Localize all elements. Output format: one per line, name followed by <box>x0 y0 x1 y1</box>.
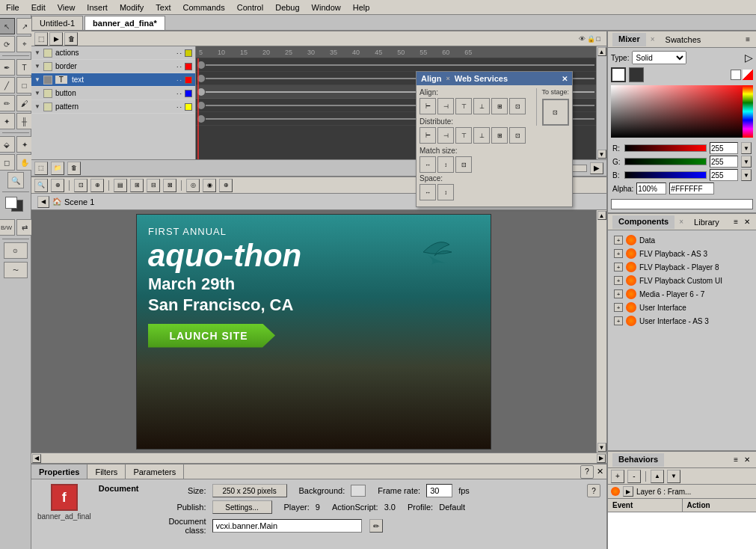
comp-flv-p8[interactable]: + FLV Playback - Player 8 <box>611 260 753 274</box>
snap-obj-btn[interactable]: ⊞ <box>130 179 144 192</box>
layer-actions[interactable]: ▼ actions · · <box>31 46 195 60</box>
dist-hcenter-btn[interactable]: ⊣ <box>437 127 454 144</box>
text-tool[interactable]: T <box>16 59 33 76</box>
behaviors-close-btn[interactable]: ✕ <box>743 456 752 464</box>
layer-text[interactable]: ▼ T text · · <box>31 73 195 87</box>
layer-actions-vis[interactable]: · <box>176 49 179 57</box>
expand-flv-p8[interactable]: + <box>614 263 623 272</box>
timeline-vscrollbar[interactable]: ▲ ▼ <box>596 46 606 159</box>
align-left-btn[interactable]: ⊢ <box>420 98 436 114</box>
g-dropdown[interactable]: ▼ <box>741 156 752 168</box>
edit-onion-btn[interactable]: ⊕ <box>219 179 233 192</box>
zoom-tool[interactable]: 🔍 <box>7 172 24 188</box>
space-v-btn[interactable]: ↕ <box>437 184 454 200</box>
hue-slider[interactable] <box>743 85 753 138</box>
lasso-tool[interactable]: ⌖ <box>16 36 33 52</box>
menu-help[interactable]: Help <box>347 1 376 13</box>
dist-left-btn[interactable]: ⊢ <box>420 127 436 144</box>
fit-page-btn[interactable]: ⊡ <box>74 179 87 192</box>
comp-ui[interactable]: + User Interface <box>611 301 753 314</box>
layer-button[interactable]: ▼ button · · <box>31 87 195 100</box>
behaviors-layer-expand[interactable]: ▶ <box>623 486 633 497</box>
library-tab[interactable]: Library <box>688 216 725 228</box>
menu-file[interactable]: File <box>0 1 25 13</box>
align-bottom-btn[interactable]: ⊡ <box>509 98 526 114</box>
layer-text-lock[interactable]: · <box>179 76 182 84</box>
match-width-btn[interactable]: ↔ <box>420 156 436 173</box>
back-btn[interactable]: ◀ <box>37 196 49 208</box>
expand-ui-as3[interactable]: + <box>614 316 623 325</box>
menu-commands[interactable]: Commands <box>176 1 230 13</box>
help-btn[interactable]: ? <box>580 465 594 479</box>
r-dropdown[interactable]: ▼ <box>741 142 752 154</box>
menu-edit[interactable]: Edit <box>25 1 52 13</box>
comp-data[interactable]: + Data <box>611 233 753 247</box>
black-white-btn[interactable]: B/W <box>0 219 15 236</box>
doc-class-input[interactable] <box>212 519 362 533</box>
menu-window[interactable]: Window <box>306 1 347 13</box>
new-layer-btn[interactable]: ⬚ <box>34 32 48 46</box>
dist-right-btn[interactable]: ⊤ <box>455 127 472 144</box>
layer-text-vis[interactable]: · <box>176 76 179 84</box>
float-panel-close[interactable]: ✕ <box>562 75 568 83</box>
align-vcenter-btn[interactable]: ⊞ <box>491 98 508 114</box>
color-spectrum[interactable] <box>611 85 753 138</box>
layer-border-lock[interactable]: · <box>179 63 182 70</box>
3d-rotate-tool[interactable]: ⟳ <box>0 36 15 52</box>
deco-tool[interactable]: ✦ <box>0 113 15 129</box>
b-input[interactable] <box>710 169 738 181</box>
delete-frames-ctrl[interactable]: 🗑 <box>67 162 81 175</box>
expand-data[interactable]: + <box>614 236 623 245</box>
layer-pattern-vis[interactable]: · <box>176 103 179 111</box>
properties-help-btn[interactable]: ? <box>587 484 600 497</box>
tab-properties[interactable]: Properties <box>31 464 87 479</box>
select-tool[interactable]: ↖ <box>0 18 15 34</box>
eraser-tool[interactable]: ◻ <box>0 154 15 171</box>
add-layer-ctrl[interactable]: ⬚ <box>34 162 48 175</box>
dist-vcenter-btn[interactable]: ⊞ <box>491 127 508 144</box>
components-tab[interactable]: Components <box>612 215 674 229</box>
size-btn[interactable]: 250 x 250 pixels <box>212 484 287 497</box>
delete-layer-btn[interactable]: 🗑 <box>64 32 78 46</box>
behaviors-options-btn[interactable]: ≡ <box>732 456 740 464</box>
menu-modify[interactable]: Modify <box>114 1 150 13</box>
swatches-tab[interactable]: Swatches <box>660 34 707 46</box>
r-slider[interactable] <box>624 144 707 152</box>
no-stroke-btn[interactable] <box>731 70 741 80</box>
pencil-tool[interactable]: ✏ <box>0 95 15 111</box>
doc-class-edit-btn[interactable]: ✏ <box>369 519 383 533</box>
comp-flv-custom[interactable]: + FLV Playback Custom UI <box>611 274 753 287</box>
hex-input[interactable] <box>669 183 714 194</box>
layer-pattern[interactable]: ▼ pattern · · <box>31 100 195 114</box>
smooth-btn[interactable]: 〜 <box>4 262 28 278</box>
close-properties-btn[interactable]: ✕ <box>594 467 606 476</box>
align-top-btn[interactable]: ⊥ <box>473 98 490 114</box>
tab-filters[interactable]: Filters <box>87 464 126 479</box>
type-select[interactable]: Solid <box>632 51 686 64</box>
tab-parameters[interactable]: Parameters <box>126 464 184 479</box>
fill-color-swatch[interactable] <box>5 197 17 209</box>
align-hcenter-btn[interactable]: ⊣ <box>437 98 454 114</box>
comp-media[interactable]: + Media - Player 6 - 7 <box>611 287 753 301</box>
brush-tool[interactable]: 🖌 <box>16 95 33 111</box>
menu-debug[interactable]: Debug <box>269 1 305 13</box>
align-panel-header[interactable]: Align × Web Services ✕ <box>417 72 572 85</box>
stage-vscrollbar[interactable]: ▲ ▼ <box>596 210 606 453</box>
dist-top-btn[interactable]: ⊥ <box>473 127 490 144</box>
paint-bucket-tool[interactable]: ⬙ <box>0 136 15 153</box>
tab-untitled[interactable]: Untitled-1 <box>31 16 83 30</box>
rect-tool[interactable]: □ <box>16 77 33 93</box>
r-input[interactable] <box>710 142 738 154</box>
match-height-btn[interactable]: ↕ <box>437 156 454 173</box>
add-motion-btn[interactable]: ▶ <box>49 32 63 46</box>
tab-banner[interactable]: banner_ad_fina* <box>84 16 165 30</box>
bone-tool[interactable]: ╫ <box>16 113 33 129</box>
move-up-btn[interactable]: ▲ <box>651 470 664 483</box>
menu-insert[interactable]: Insert <box>81 1 114 13</box>
overlay-btn[interactable]: ▤ <box>114 179 127 192</box>
alpha-input[interactable] <box>636 183 666 194</box>
stroke-preview[interactable] <box>611 67 626 82</box>
layer-border[interactable]: ▼ border · · <box>31 60 195 73</box>
menu-view[interactable]: View <box>52 1 82 13</box>
zoom-out-btn[interactable]: 🔍 <box>34 179 48 192</box>
